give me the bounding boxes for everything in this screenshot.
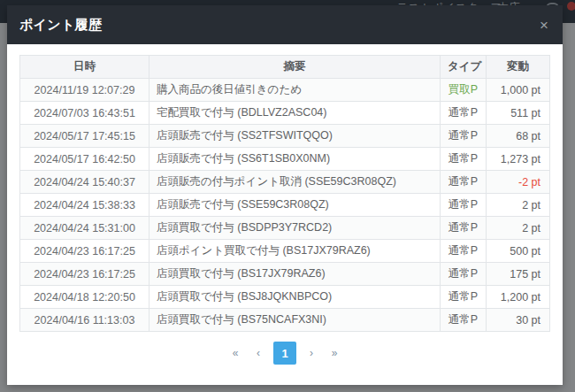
- pagination-next-button[interactable]: ›: [303, 342, 319, 365]
- cell-description: 店頭ポイント買取で付与 (BS17JX79RAZ6): [150, 240, 441, 263]
- point-history-table: 日時 摘要 タイプ 変動 2024/11/19 12:07:29 購入商品の後日…: [19, 55, 550, 332]
- table-row: 2024/07/03 16:43:51 宅配買取で付与 (BDLLVZ2ASC0…: [20, 102, 550, 125]
- column-header-description: 摘要: [150, 56, 441, 79]
- table-row: 2024/04/24 15:31:00 店頭買取で付与 (BSDPP3Y7RCD…: [20, 217, 550, 240]
- cell-type: 通常P: [441, 309, 487, 332]
- cell-change: 1,000 pt: [487, 79, 550, 102]
- cell-description: 店頭販売の付与ポイント取消 (SSE59C3R08QZ): [150, 171, 441, 194]
- column-header-change: 変動: [487, 56, 550, 79]
- table-header-row: 日時 摘要 タイプ 変動: [20, 56, 550, 79]
- table-row: 2024/04/23 16:17:25 店頭ポイント買取で付与 (BS17JX7…: [20, 240, 550, 263]
- pagination-first-button[interactable]: «: [227, 342, 243, 365]
- cell-description: 店頭販売で付与 (SSE59C3R08QZ): [150, 194, 441, 217]
- table-row: 2024/04/24 15:40:37 店頭販売の付与ポイント取消 (SSE59…: [20, 171, 550, 194]
- cell-description: 店頭買取で付与 (BSJ8JQKNBPCO): [150, 286, 441, 309]
- cell-description: 店頭買取で付与 (BS17JX79RAZ6): [150, 263, 441, 286]
- cell-change: 30 pt: [487, 309, 550, 332]
- cell-change: 500 pt: [487, 240, 550, 263]
- column-header-datetime: 日時: [20, 56, 150, 79]
- cell-type: 通常P: [441, 125, 487, 148]
- table-row: 2024/04/24 15:38:33 店頭販売で付与 (SSE59C3R08Q…: [20, 194, 550, 217]
- cell-type: 通常P: [441, 148, 487, 171]
- cell-type: 通常P: [441, 240, 487, 263]
- cell-type: 買取P: [441, 79, 487, 102]
- table-row: 2024/11/19 12:07:29 購入商品の後日値引きのため 買取P 1,…: [20, 79, 550, 102]
- pagination: « ‹ 1 › »: [19, 342, 550, 365]
- pagination-last-button[interactable]: »: [326, 342, 342, 365]
- screen: テストポイスタッフ∨ 本店∨ ポイント履歴 × 日時 摘要 タイプ 変動: [0, 0, 575, 392]
- modal-header: ポイント履歴 ×: [7, 5, 563, 44]
- cell-type: 通常P: [441, 171, 487, 194]
- cell-datetime: 2024/04/23 16:17:25: [20, 263, 150, 286]
- cell-change: 511 pt: [487, 102, 550, 125]
- cell-datetime: 2024/04/18 12:20:50: [20, 286, 150, 309]
- cell-type: 通常P: [441, 102, 487, 125]
- cell-type: 通常P: [441, 286, 487, 309]
- point-history-modal: ポイント履歴 × 日時 摘要 タイプ 変動 2024/11/19 12:07:2…: [7, 5, 563, 385]
- cell-change: 1,273 pt: [487, 148, 550, 171]
- cell-datetime: 2024/04/23 16:17:25: [20, 240, 150, 263]
- cell-datetime: 2024/05/17 16:42:50: [20, 148, 150, 171]
- table-row: 2024/05/17 17:45:15 店頭販売で付与 (SS2TFSWITQQ…: [20, 125, 550, 148]
- cell-description: 店頭販売で付与 (SS2TFSWITQQO): [150, 125, 441, 148]
- table-row: 2024/05/17 16:42:50 店頭販売で付与 (SS6T1SB0X0N…: [20, 148, 550, 171]
- cell-datetime: 2024/04/24 15:38:33: [20, 194, 150, 217]
- cell-datetime: 2024/07/03 16:43:51: [20, 102, 150, 125]
- table-row: 2024/04/16 11:13:03 店頭買取で付与 (BS75NCAFX3N…: [20, 309, 550, 332]
- cell-change: 1,200 pt: [487, 286, 550, 309]
- cell-datetime: 2024/04/24 15:31:00: [20, 217, 150, 240]
- cell-type: 通常P: [441, 217, 487, 240]
- table-row: 2024/04/18 12:20:50 店頭買取で付与 (BSJ8JQKNBPC…: [20, 286, 550, 309]
- cell-type: 通常P: [441, 263, 487, 286]
- cell-change: 68 pt: [487, 125, 550, 148]
- cell-description: 店頭買取で付与 (BSDPP3Y7RCD2): [150, 217, 441, 240]
- cell-description: 店頭販売で付与 (SS6T1SB0X0NM): [150, 148, 441, 171]
- cell-type: 通常P: [441, 194, 487, 217]
- cell-change: 175 pt: [487, 263, 550, 286]
- cell-datetime: 2024/05/17 17:45:15: [20, 125, 150, 148]
- cell-datetime: 2024/04/24 15:40:37: [20, 171, 150, 194]
- pagination-page-1-button[interactable]: 1: [273, 342, 296, 365]
- pagination-prev-button[interactable]: ‹: [250, 342, 266, 365]
- table-row: 2024/04/23 16:17:25 店頭買取で付与 (BS17JX79RAZ…: [20, 263, 550, 286]
- cell-description: 店頭買取で付与 (BS75NCAFX3NI): [150, 309, 441, 332]
- modal-title: ポイント履歴: [19, 17, 102, 34]
- cell-change: 2 pt: [487, 194, 550, 217]
- cell-change: -2 pt: [487, 171, 550, 194]
- close-icon[interactable]: ×: [540, 18, 548, 33]
- cell-change: 2 pt: [487, 217, 550, 240]
- cell-datetime: 2024/11/19 12:07:29: [20, 79, 150, 102]
- cell-description: 購入商品の後日値引きのため: [150, 79, 441, 102]
- column-header-type: タイプ: [441, 56, 487, 79]
- modal-body: 日時 摘要 タイプ 変動 2024/11/19 12:07:29 購入商品の後日…: [7, 44, 563, 365]
- cell-datetime: 2024/04/16 11:13:03: [20, 309, 150, 332]
- cell-description: 宅配買取で付与 (BDLLVZ2ASC04): [150, 102, 441, 125]
